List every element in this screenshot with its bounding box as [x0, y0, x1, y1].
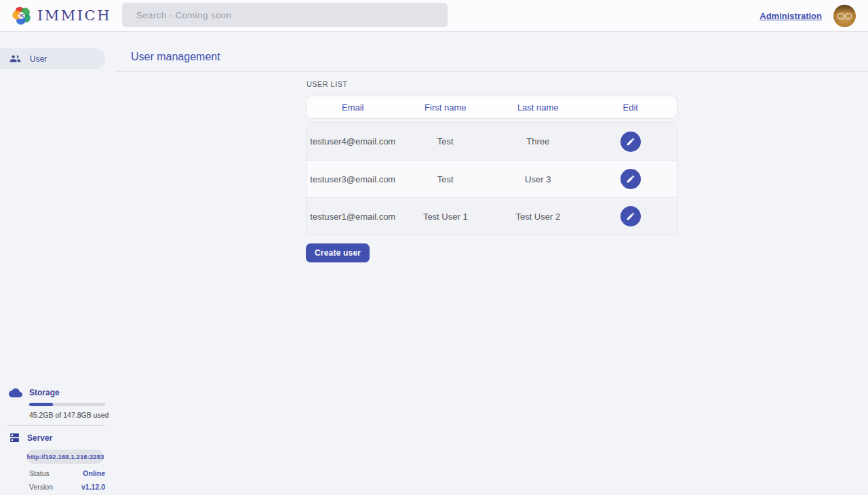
table-row: testuser4@email.com Test Three	[307, 123, 677, 160]
server-icon	[9, 432, 20, 443]
administration-link[interactable]: Administration	[760, 11, 822, 21]
main-panel: User management USER LIST Email First na…	[115, 32, 868, 495]
version-value: v1.12.0	[81, 483, 105, 491]
cell-first-name: Test User 1	[399, 212, 492, 222]
sidebar-item-user[interactable]: User	[0, 48, 105, 69]
cell-last-name: Test User 2	[492, 212, 585, 222]
storage-progress-fill	[29, 403, 53, 406]
status-label: Status	[29, 469, 50, 477]
immich-flower-icon	[12, 6, 31, 25]
sidebar: User Storage 45.2GB of 147.8GB used Serv…	[0, 32, 115, 495]
server-widget: Server http://192.168.1.216:2283 Status …	[0, 432, 115, 491]
storage-widget: Storage 45.2GB of 147.8GB used	[0, 387, 115, 419]
cell-first-name: Test	[399, 136, 492, 146]
column-header-first-name: First name	[399, 102, 492, 113]
column-header-email: Email	[307, 102, 399, 113]
navbar-right: Administration	[760, 0, 856, 32]
brand-wordmark: IMMICH	[37, 5, 111, 26]
search-input[interactable]	[122, 3, 448, 27]
user-list-section: USER LIST Email First name Last name Edi…	[306, 80, 677, 262]
cloud-icon	[9, 387, 22, 397]
user-table-body: testuser4@email.com Test Three testuser3…	[306, 122, 677, 235]
storage-progress-bar	[29, 403, 105, 406]
table-row: testuser3@email.com Test User 3	[307, 160, 677, 197]
cell-last-name: User 3	[492, 174, 585, 184]
server-version-row: Version v1.12.0	[29, 483, 105, 491]
cell-first-name: Test	[399, 174, 492, 184]
cell-email: testuser1@email.com	[307, 212, 399, 222]
status-value: Online	[83, 469, 105, 477]
column-header-last-name: Last name	[492, 102, 585, 113]
cell-email: testuser3@email.com	[307, 174, 399, 184]
table-row: testuser1@email.com Test User 1 Test Use…	[307, 197, 677, 235]
server-status-row: Status Online	[29, 469, 105, 477]
sidebar-divider	[7, 425, 105, 426]
edit-user-button[interactable]	[620, 169, 641, 189]
pencil-icon	[626, 174, 635, 184]
edit-user-button[interactable]	[620, 206, 641, 226]
storage-title: Storage	[29, 388, 60, 397]
server-url-chip: http://192.168.1.216:2283	[27, 450, 104, 464]
column-header-edit: Edit	[585, 102, 677, 113]
cell-last-name: Three	[492, 136, 585, 146]
edit-user-button[interactable]	[620, 132, 641, 152]
user-list-label: USER LIST	[307, 80, 677, 88]
top-navbar: IMMICH Administration	[0, 0, 868, 32]
table-header-row: Email First name Last name Edit	[306, 96, 677, 119]
immich-logo[interactable]: IMMICH	[12, 5, 111, 26]
sidebar-item-user-label: User	[30, 54, 47, 64]
version-label: Version	[29, 483, 53, 491]
server-title: Server	[27, 433, 52, 443]
user-avatar[interactable]	[833, 5, 856, 27]
page-title: User management	[131, 51, 868, 63]
pencil-icon	[626, 212, 635, 221]
users-icon	[9, 53, 21, 64]
glasses-icon	[836, 12, 853, 20]
pencil-icon	[626, 137, 635, 146]
storage-usage-text: 45.2GB of 147.8GB used	[29, 411, 115, 419]
cell-email: testuser4@email.com	[307, 136, 399, 146]
main-header: User management	[115, 32, 868, 72]
create-user-button[interactable]: Create user	[306, 243, 370, 262]
